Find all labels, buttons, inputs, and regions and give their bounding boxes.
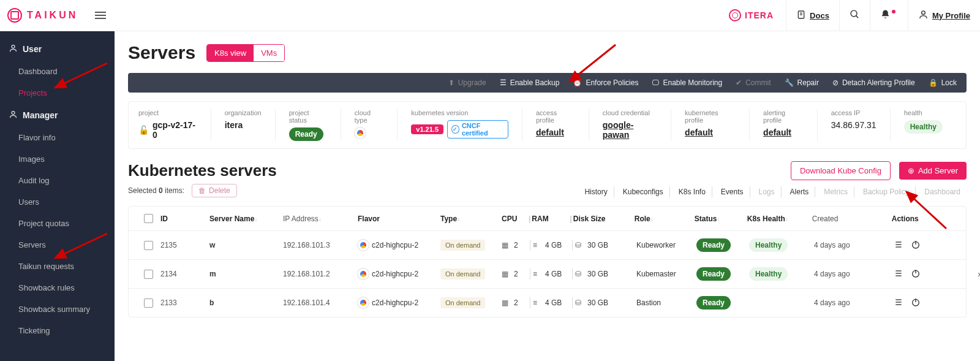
docs-icon <box>796 10 806 21</box>
cell-cpu: ▦2 <box>502 270 527 278</box>
notifications-button[interactable] <box>870 0 908 31</box>
ram-icon: ≡ <box>533 270 543 278</box>
link-events[interactable]: Events <box>715 186 750 197</box>
link-k8s-info[interactable]: K8s Info <box>673 186 712 197</box>
detach-alerting-button[interactable]: ⊘Detach Alerting Profile <box>832 78 915 87</box>
row-checkbox[interactable] <box>144 241 153 250</box>
cell-status: Ready <box>696 267 749 281</box>
sort-icon: ↓ <box>254 216 261 222</box>
top-header: TAIKUN ITERA Docs <box>0 0 980 31</box>
lock-button[interactable]: 🔒Lock <box>929 78 957 87</box>
row-menu-button[interactable] <box>894 240 903 251</box>
row-menu-button[interactable] <box>894 297 903 309</box>
sidebar-item-flavor-info[interactable]: Flavor info <box>0 127 115 148</box>
docs-button[interactable]: Docs <box>786 0 839 31</box>
power-button[interactable] <box>911 297 921 309</box>
lock-icon: 🔒 <box>929 78 938 87</box>
sidebar-item-showback-summary[interactable]: Showback summary <box>0 298 115 320</box>
col-created[interactable]: Created <box>812 215 892 223</box>
action-bar: ⬆Upgrade ☰Enable Backup ⏰Enforce Policie… <box>128 73 967 93</box>
svg-point-3 <box>851 10 857 17</box>
tab-vms[interactable]: VMs <box>254 45 284 61</box>
col-ram[interactable]: RAM <box>532 215 568 223</box>
sidebar: User Dashboard Projects Manager Flavor i… <box>0 31 115 336</box>
brand-logo[interactable]: TAIKUN <box>7 8 78 23</box>
sidebar-item-users[interactable]: Users <box>0 191 115 213</box>
link-history[interactable]: History <box>578 186 614 197</box>
sidebar-item-dashboard[interactable]: Dashboard <box>0 61 115 82</box>
notification-dot <box>892 10 895 13</box>
repair-icon: 🔧 <box>785 78 794 87</box>
alerting-profile-link[interactable]: default <box>763 127 804 137</box>
section-title: Kubernetes servers <box>128 161 277 180</box>
cell-status: Ready <box>696 296 749 310</box>
power-button[interactable] <box>911 268 921 280</box>
add-server-button[interactable]: ⊕Add Server <box>899 162 967 180</box>
col-actions: Actions <box>892 215 941 223</box>
table-row[interactable]: 2135 w 192.168.101.3 c2d-highcpu-2 On de… <box>129 231 966 260</box>
k8s-profile-link[interactable]: default <box>685 127 736 137</box>
col-status[interactable]: Status↓ <box>695 215 747 223</box>
cell-disk: ⛁30 GB <box>575 298 636 307</box>
row-checkbox[interactable] <box>144 298 153 308</box>
download-kubeconfig-button[interactable]: Download Kube Config <box>791 161 891 180</box>
sidebar-item-project-quotas[interactable]: Project quotas <box>0 213 115 234</box>
chevron-right-icon[interactable]: › <box>978 269 980 279</box>
gcp-icon <box>355 127 366 139</box>
project-status-badge: Ready <box>289 127 323 141</box>
disk-icon: ⛁ <box>575 270 585 278</box>
cell-created: 4 days ago <box>814 270 894 278</box>
cell-id: 2133 <box>160 298 209 307</box>
row-checkbox[interactable] <box>144 270 153 279</box>
sidebar-item-ticketing[interactable]: Ticketing <box>0 320 115 336</box>
enforce-policies-button[interactable]: ⏰Enforce Policies <box>573 78 638 87</box>
organization-name: itera <box>225 120 262 130</box>
col-cpu[interactable]: CPU <box>502 215 527 223</box>
table-row[interactable]: 2133 b 192.168.101.4 c2d-highcpu-2 On de… <box>129 289 966 317</box>
search-button[interactable] <box>839 0 870 31</box>
view-tabs: K8s view VMs <box>206 44 285 62</box>
col-type[interactable]: Type↓ <box>440 215 502 223</box>
org-logo[interactable]: ITERA <box>717 0 786 31</box>
detach-icon: ⊘ <box>832 78 839 87</box>
col-server-name[interactable]: Server Name↓ <box>209 215 283 223</box>
enable-backup-button[interactable]: ☰Enable Backup <box>500 78 560 87</box>
cell-cpu: ▦2 <box>502 298 527 307</box>
cloud-credential-link[interactable]: google-pawan <box>603 120 657 140</box>
sidebar-item-projects[interactable]: Projects <box>0 82 115 104</box>
upgrade-button: ⬆Upgrade <box>448 78 486 87</box>
table-row[interactable]: 2134 m 192.168.101.2 c2d-highcpu-2 On de… <box>129 260 966 289</box>
sidebar-item-taikun-requests[interactable]: Taikun requests <box>0 256 115 277</box>
row-menu-button[interactable] <box>894 268 903 280</box>
cell-server-name: b <box>209 298 283 307</box>
link-kubeconfigs[interactable]: Kubeconfigs <box>617 186 670 197</box>
user-icon <box>918 9 929 21</box>
cpu-icon: ▦ <box>502 270 511 278</box>
k8s-version-badge: v1.21.5 <box>411 124 443 134</box>
col-flavor[interactable]: Flavor <box>358 215 440 223</box>
access-profile-link[interactable]: default <box>536 127 575 137</box>
profile-button[interactable]: My Profile <box>908 0 980 31</box>
power-button[interactable] <box>911 240 921 251</box>
access-ip: 34.86.97.31 <box>831 120 876 130</box>
upgrade-icon: ⬆ <box>448 78 454 87</box>
enable-monitoring-button[interactable]: 🖵Enable Monitoring <box>652 78 722 87</box>
sidebar-item-servers[interactable]: Servers <box>0 234 115 256</box>
sidebar-item-showback-rules[interactable]: Showback rules <box>0 277 115 298</box>
link-alerts[interactable]: Alerts <box>784 186 816 197</box>
select-all-checkbox[interactable] <box>144 214 153 223</box>
col-k8s-health[interactable]: K8s Health↓ <box>747 215 812 223</box>
col-disk[interactable]: Disk Size <box>573 215 635 223</box>
sidebar-item-images[interactable]: Images <box>0 148 115 170</box>
col-ip[interactable]: IP Address↓ <box>283 215 358 223</box>
monitoring-icon: 🖵 <box>652 78 659 87</box>
menu-toggle-button[interactable] <box>95 10 110 21</box>
tab-k8s-view[interactable]: K8s view <box>207 45 254 61</box>
col-id[interactable]: ID <box>160 215 209 223</box>
repair-button[interactable]: 🔧Repair <box>785 78 819 87</box>
col-role[interactable]: Role↓ <box>635 215 695 223</box>
sidebar-item-audit-log[interactable]: Audit log <box>0 170 115 191</box>
gcp-icon <box>358 297 369 308</box>
cell-ram: ≡4 GB <box>533 270 570 278</box>
cell-id: 2134 <box>160 270 209 278</box>
